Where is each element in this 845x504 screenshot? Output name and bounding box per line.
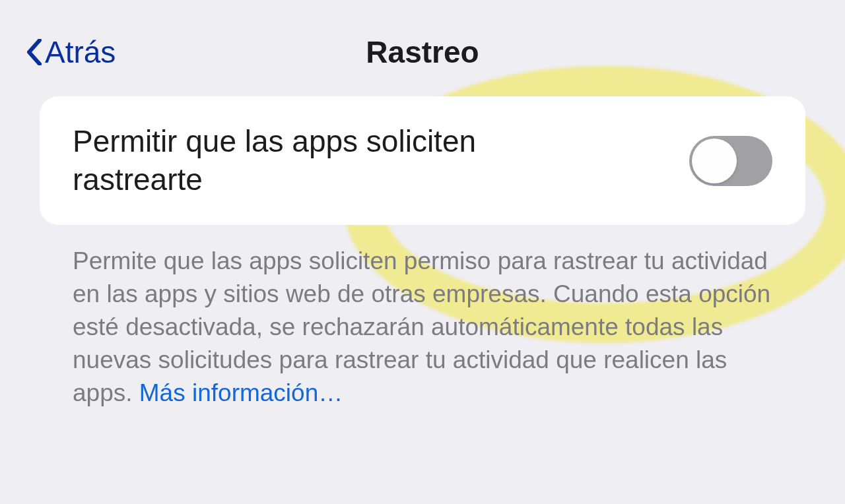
tracking-setting-row: Permitir que las apps soliciten rastrear…: [40, 96, 805, 225]
more-info-link[interactable]: Más información…: [139, 379, 343, 406]
tracking-description: Permite que las apps soliciten permiso p…: [40, 225, 805, 410]
header: Atrás Rastreo: [0, 0, 845, 96]
tracking-setting-label: Permitir que las apps soliciten rastrear…: [73, 123, 482, 199]
back-label: Atrás: [45, 34, 116, 70]
back-button[interactable]: Atrás: [26, 34, 116, 70]
content-area: Permitir que las apps soliciten rastrear…: [0, 96, 845, 410]
page-title: Rastreo: [366, 34, 479, 70]
toggle-knob: [692, 139, 737, 183]
tracking-toggle[interactable]: [689, 136, 772, 186]
chevron-left-icon: [26, 39, 42, 65]
